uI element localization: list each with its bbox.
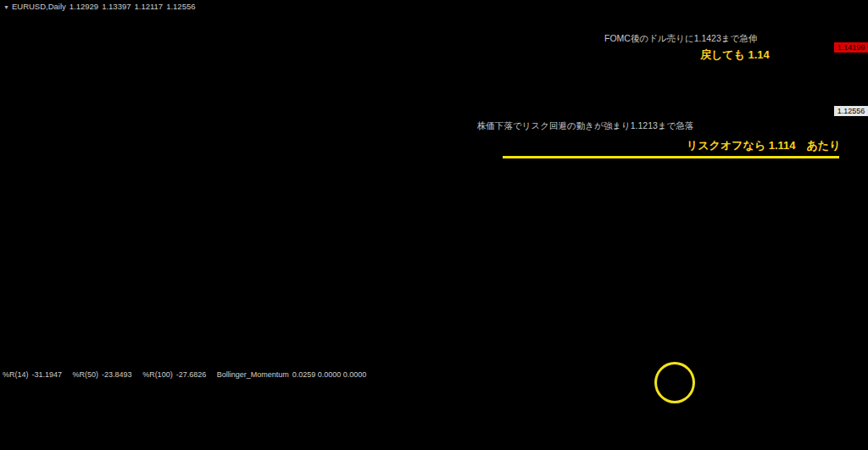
annotation-fomc-text[interactable]: FOMC後のドル売りに1.1423まで急伸 xyxy=(604,33,757,45)
wpr100-value: -27.6826 xyxy=(176,370,207,379)
window-title: ▼EURUSD,Daily1.129291.133971.121171.1255… xyxy=(3,2,198,11)
annotation-riskoff-text[interactable]: リスクオフなら 1.114 あたり xyxy=(687,138,840,153)
highlight-circle[interactable] xyxy=(654,362,695,403)
wpr100-label: %R(100) xyxy=(142,370,173,379)
annotation-kabuka-text[interactable]: 株価下落でリスク回避の動きが強まり1.1213まで急落 xyxy=(477,120,693,132)
ohlc-close: 1.12556 xyxy=(166,2,195,11)
ohlc-low: 1.12117 xyxy=(135,2,164,11)
symbol-label: EURUSD,Daily xyxy=(12,2,66,11)
annotation-modoshi-text[interactable]: 戻しても 1.14 xyxy=(700,47,770,63)
wpr50-value: -23.8493 xyxy=(102,370,132,379)
chart-canvas[interactable] xyxy=(0,0,868,450)
bollinger-momentum-value: 0.0259 0.0000 0.0000 xyxy=(292,370,367,379)
symbol-dropdown-icon[interactable]: ▼ xyxy=(3,4,9,10)
support-trendline[interactable] xyxy=(503,156,839,158)
ohlc-open: 1.12929 xyxy=(70,2,98,11)
wpr14-label: %R(14) xyxy=(3,370,29,379)
price-tag-current: 1.12556 xyxy=(834,106,868,116)
wpr14-value: -31.1947 xyxy=(32,370,63,379)
ohlc-high: 1.13397 xyxy=(102,2,131,11)
mt4-chart-window: ▼EURUSD,Daily1.129291.133971.121171.1255… xyxy=(0,0,868,450)
wpr50-label: %R(50) xyxy=(73,370,99,379)
indicator-values-row: %R(14)-31.1947 %R(50)-23.8493 %R(100)-27… xyxy=(3,370,375,379)
price-tag-red-line: 1.14199 xyxy=(834,42,868,53)
bollinger-momentum-label: Bollinger_Momentum xyxy=(217,370,289,379)
